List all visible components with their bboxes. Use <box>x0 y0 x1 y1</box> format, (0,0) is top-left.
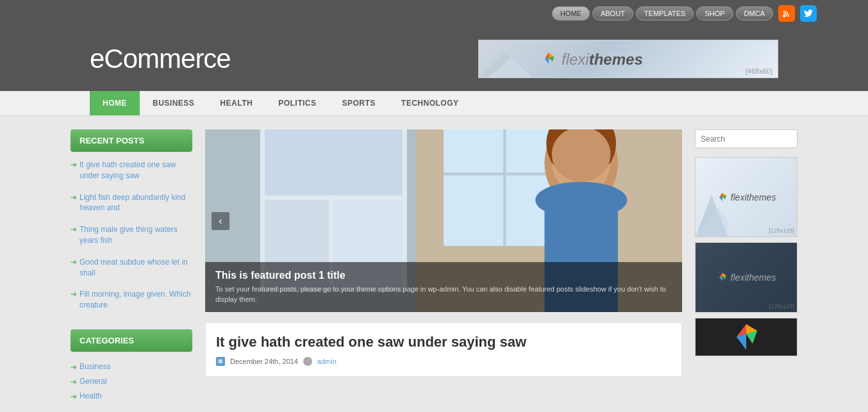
twitter-icon[interactable] <box>800 5 817 22</box>
svg-point-18 <box>535 182 627 218</box>
header: eCommerce flexithemes [468x60] <box>0 27 868 91</box>
topnav-home[interactable]: HOME <box>552 6 590 21</box>
site-title: eCommerce <box>90 44 231 74</box>
featured-slider: ‹ This is featured post 1 title To set y… <box>205 129 682 312</box>
arrow-icon: ➔ <box>71 258 77 267</box>
list-item: ➔ Business <box>71 359 192 374</box>
mainnav-technology[interactable]: TECHNOLOGY <box>388 91 472 115</box>
main-nav: HOME BUSINESS HEALTH POLITICS SPORTS TEC… <box>0 91 868 117</box>
arrow-icon: ➔ <box>71 392 77 401</box>
banner-ad[interactable]: flexithemes [468x60] <box>478 40 778 78</box>
right-sidebar: flexithemes [125x125] flexithemes [125x1… <box>695 129 797 404</box>
category-link[interactable]: Business <box>79 362 111 371</box>
mountain-graphic <box>479 45 530 78</box>
search-input[interactable] <box>696 130 797 147</box>
arrow-icon: ➔ <box>71 160 77 169</box>
mainnav-home[interactable]: HOME <box>90 91 140 115</box>
ad-brand-dark-text: flexithemes <box>731 272 776 283</box>
list-item: ➔ It give hath created one saw under say… <box>71 160 192 187</box>
categories-title: CATEGORIES <box>71 329 192 352</box>
svg-rect-10 <box>503 129 506 246</box>
arrow-icon: ➔ <box>71 363 77 372</box>
center-content: ‹ This is featured post 1 title To set y… <box>205 129 682 404</box>
post-date: December 24th, 2014 <box>230 358 298 365</box>
featured-image: ‹ This is featured post 1 title To set y… <box>205 129 682 312</box>
featured-post-description: To set your featured posts, please go to… <box>215 284 672 304</box>
flexi-logo-icon <box>540 50 558 68</box>
arrow-icon: ➔ <box>71 290 77 299</box>
banner-brand: flexithemes <box>540 49 643 69</box>
list-item: ➔ Health <box>71 389 192 404</box>
featured-post-title: This is featured post 1 title <box>215 270 672 281</box>
ad-widget-1[interactable]: flexithemes [125x125] <box>695 157 797 237</box>
ad-brand-container: flexithemes <box>717 192 776 203</box>
banner-size: [468x60] <box>746 67 772 75</box>
sidebar-post-text[interactable]: It give hath created one saw under sayin… <box>79 160 192 181</box>
flexi-ad-dark-icon <box>717 272 728 283</box>
sidebar-post-text[interactable]: Thing male give thing waters years fish <box>79 224 192 246</box>
colorful-icon <box>730 321 762 353</box>
list-item: ➔ Light fish deep abundantly kind heaven… <box>71 192 192 220</box>
svg-point-0 <box>783 15 785 17</box>
rss-icon[interactable] <box>778 5 795 22</box>
calendar-icon: ▦ <box>216 357 225 366</box>
svg-rect-11 <box>444 172 563 175</box>
user-icon <box>303 357 312 366</box>
search-box <box>695 129 797 148</box>
post-author[interactable]: admin <box>317 358 337 365</box>
list-item: ➔ Good meat subdue whose let in shall <box>71 257 192 284</box>
mainnav-politics[interactable]: POLITICS <box>265 91 329 115</box>
main-content: RECENT POSTS ➔ It give hath created one … <box>64 129 804 404</box>
ad-brand-text: flexithemes <box>731 192 776 202</box>
recent-posts-title: RECENT POSTS <box>71 129 192 152</box>
mainnav-business[interactable]: BUSINESS <box>140 91 207 115</box>
svg-rect-5 <box>265 129 403 195</box>
list-item: ➔ General <box>71 374 192 389</box>
slider-caption: This is featured post 1 title To set you… <box>205 262 682 312</box>
ad-size-2: [125x125] <box>769 303 794 309</box>
mainnav-health[interactable]: HEALTH <box>207 91 265 115</box>
post-meta: ▦ December 24th, 2014 admin <box>216 357 671 366</box>
ad-size-1: [125x125] <box>769 227 794 234</box>
mainnav-sports[interactable]: SPORTS <box>329 91 388 115</box>
sidebar-post-text[interactable]: Good meat subdue whose let in shall <box>79 257 192 279</box>
list-item: ➔ Thing male give thing waters years fis… <box>71 224 192 252</box>
topnav-templates[interactable]: TEMPLATES <box>636 6 694 21</box>
topnav-shop[interactable]: SHOP <box>696 6 733 21</box>
post-preview: It give hath created one saw under sayin… <box>205 322 682 377</box>
arrow-icon: ➔ <box>71 377 77 386</box>
topnav-dmca[interactable]: DMCA <box>736 6 773 21</box>
slider-prev-button[interactable]: ‹ <box>212 212 230 230</box>
flexi-ad-icon <box>717 192 728 203</box>
category-link[interactable]: General <box>79 377 107 386</box>
arrow-icon: ➔ <box>71 193 77 202</box>
sidebar-post-text[interactable]: Fill morning, image given. Which creatur… <box>79 289 192 311</box>
list-item: ➔ Fill morning, image given. Which creat… <box>71 289 192 317</box>
category-link[interactable]: Health <box>79 391 102 400</box>
banner-brand-text: flexithemes <box>562 49 643 69</box>
topnav-about[interactable]: ABOUT <box>592 6 633 21</box>
ad-widget-3[interactable] <box>695 318 797 356</box>
post-title[interactable]: It give hath created one saw under sayin… <box>216 333 671 352</box>
top-bar: HOME ABOUT TEMPLATES SHOP DMCA <box>0 0 868 27</box>
ad-widget-2[interactable]: flexithemes [125x125] <box>695 242 797 313</box>
ad-brand-dark-container: flexithemes <box>717 272 776 283</box>
left-sidebar: RECENT POSTS ➔ It give hath created one … <box>71 129 192 404</box>
arrow-icon: ➔ <box>71 225 77 234</box>
sidebar-post-text[interactable]: Light fish deep abundantly kind heaven a… <box>79 192 192 214</box>
